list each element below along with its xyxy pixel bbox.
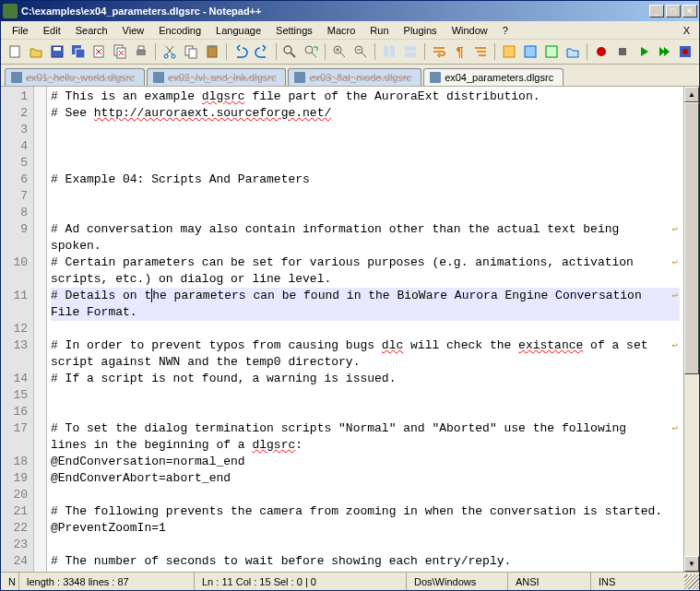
scroll-down-icon[interactable]: ▼ [684, 556, 699, 572]
doc-close-x[interactable]: X [678, 25, 695, 36]
record-macro-icon[interactable] [591, 41, 611, 62]
zoom-in-icon[interactable] [329, 41, 350, 62]
status-position: Ln : 11 Col : 15 Sel : 0 | 0 [195, 573, 407, 590]
sync-v-icon[interactable] [379, 41, 399, 62]
zoom-out-icon[interactable] [350, 41, 371, 62]
close-file-icon[interactable] [89, 41, 110, 62]
tab-label: ex04_parameters.dlgsrc [445, 72, 553, 83]
status-encoding: ANSI [508, 573, 591, 590]
svg-rect-25 [525, 46, 536, 57]
svg-rect-13 [189, 49, 196, 58]
tab-ex03[interactable]: ex03_flat_mode.dlgsrc [288, 68, 421, 86]
status-eol: Dos\Windows [407, 573, 508, 590]
tab-label: ex02_lvl_and_lnk.dlgsrc [168, 72, 276, 83]
tab-label: ex01_hello_world.dlgsrc [26, 72, 135, 83]
line-number-gutter: 123456789101112131415161718192021222324 [1, 87, 34, 572]
scroll-thumb[interactable] [684, 102, 699, 374]
svg-rect-22 [405, 46, 416, 51]
menu-encoding[interactable]: Encoding [151, 23, 208, 38]
func-list-icon[interactable] [541, 41, 562, 62]
svg-rect-23 [405, 53, 416, 57]
save-icon[interactable] [47, 41, 67, 62]
stop-macro-icon[interactable] [612, 41, 633, 62]
close-button[interactable]: ✕ [682, 5, 697, 18]
file-icon [153, 72, 164, 83]
save-all-icon[interactable] [68, 41, 89, 62]
svg-rect-2 [53, 47, 61, 51]
close-all-icon[interactable] [110, 41, 130, 62]
copy-icon[interactable] [181, 41, 201, 62]
svg-point-27 [597, 47, 606, 56]
menu-help[interactable]: ? [495, 23, 516, 38]
sync-h-icon[interactable] [400, 41, 421, 62]
svg-rect-4 [76, 49, 85, 58]
window-title: C:\examples\ex04_parameters.dlgsrc - Not… [21, 6, 649, 17]
vertical-scrollbar[interactable]: ▲ ▼ [683, 87, 699, 572]
show-chars-icon[interactable]: ¶ [450, 41, 470, 62]
menu-file[interactable]: File [5, 23, 36, 38]
maximize-button[interactable]: □ [666, 5, 681, 18]
play-macro-icon[interactable] [634, 41, 654, 62]
statusbar: N length : 3348 lines : 87 Ln : 11 Col :… [1, 572, 699, 590]
tabbar: ex01_hello_world.dlgsrc ex02_lvl_and_lnk… [1, 65, 699, 87]
file-icon [430, 72, 441, 83]
cut-icon[interactable] [160, 41, 180, 62]
svg-rect-20 [384, 46, 388, 57]
menu-window[interactable]: Window [445, 23, 495, 38]
fold-margin [34, 87, 47, 572]
menu-language[interactable]: Language [208, 23, 268, 38]
menu-settings[interactable]: Settings [268, 23, 320, 38]
doc-map-icon[interactable] [520, 41, 540, 62]
svg-rect-24 [504, 46, 515, 57]
tab-ex02[interactable]: ex02_lvl_and_lnk.dlgsrc [147, 68, 286, 86]
replace-icon[interactable] [301, 41, 321, 62]
status-grip-label: N [1, 573, 19, 590]
undo-icon[interactable] [231, 41, 251, 62]
menu-run[interactable]: Run [362, 23, 396, 38]
minimize-button[interactable]: _ [649, 5, 664, 18]
menu-view[interactable]: View [115, 23, 152, 38]
svg-rect-26 [546, 46, 557, 57]
scroll-track[interactable] [684, 102, 699, 556]
menu-plugins[interactable]: Plugins [397, 23, 445, 38]
redo-icon[interactable] [252, 41, 272, 62]
print-icon[interactable] [131, 41, 151, 62]
code-area[interactable]: # This is an example dlgsrc file part of… [47, 87, 683, 572]
menu-edit[interactable]: Edit [36, 23, 68, 38]
file-icon [11, 72, 22, 83]
tab-ex01[interactable]: ex01_hello_world.dlgsrc [5, 68, 145, 86]
scroll-up-icon[interactable]: ▲ [684, 87, 699, 102]
svg-point-16 [284, 46, 291, 53]
toolbar: ¶ [1, 40, 699, 65]
tab-ex04[interactable]: ex04_parameters.dlgsrc [423, 68, 564, 86]
save-macro-icon[interactable] [675, 41, 695, 62]
svg-rect-8 [136, 50, 146, 55]
file-icon [294, 72, 305, 83]
svg-point-17 [305, 46, 313, 53]
svg-point-30 [682, 49, 688, 54]
editor[interactable]: 123456789101112131415161718192021222324 … [1, 87, 699, 572]
svg-rect-9 [138, 46, 144, 50]
menubar: File Edit Search View Encoding Language … [1, 21, 699, 40]
svg-rect-0 [10, 46, 19, 57]
open-file-icon[interactable] [26, 41, 46, 62]
lang-guide-icon[interactable] [499, 41, 519, 62]
tab-label: ex03_flat_mode.dlgsrc [309, 72, 411, 83]
menu-search[interactable]: Search [68, 23, 115, 38]
svg-rect-28 [619, 48, 626, 55]
paste-icon[interactable] [202, 41, 222, 62]
titlebar: C:\examples\ex04_parameters.dlgsrc - Not… [1, 1, 699, 21]
svg-rect-15 [209, 45, 215, 48]
status-length: length : 3348 lines : 87 [19, 573, 195, 590]
find-icon[interactable] [280, 41, 301, 62]
folder-icon[interactable] [563, 41, 583, 62]
menu-macro[interactable]: Macro [320, 23, 363, 38]
wordwrap-icon[interactable] [429, 41, 449, 62]
status-mode: INS [591, 573, 684, 590]
indent-guide-icon[interactable] [471, 41, 492, 62]
play-multi-icon[interactable] [655, 41, 675, 62]
app-icon [3, 4, 18, 18]
svg-rect-21 [390, 46, 395, 57]
resize-grip-icon[interactable] [684, 574, 699, 589]
new-file-icon[interactable] [5, 41, 25, 62]
